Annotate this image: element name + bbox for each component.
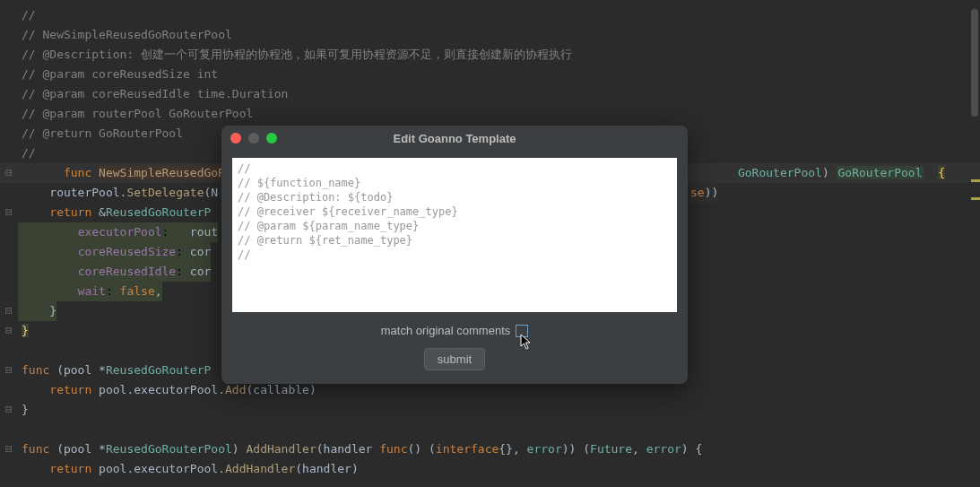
brace-close: }	[22, 324, 29, 337]
keyword-return: return	[49, 462, 91, 475]
code-text: ,	[632, 442, 646, 456]
code-text: {},	[499, 442, 526, 456]
window-minimize-icon[interactable]	[248, 133, 259, 143]
struct-field: coreReusedSize	[78, 245, 177, 258]
return-type: GoRouterPool	[837, 166, 924, 179]
code-text: &	[99, 205, 106, 219]
scrollbar-track[interactable]	[969, 0, 980, 487]
method-call: AddHandler	[225, 462, 295, 475]
receiver-type: ReusedGoRouterPool	[106, 442, 232, 456]
editor-marker[interactable]	[971, 179, 980, 182]
keyword-func: func	[22, 363, 49, 377]
keyword-return: return	[49, 205, 91, 219]
type-error: error	[646, 442, 681, 456]
dialog-titlebar[interactable]: Edit Goanno Template	[221, 126, 688, 151]
func-name: AddHandler	[246, 442, 316, 456]
fold-icon[interactable]: ⊟	[4, 208, 13, 217]
brace-open: {	[938, 166, 945, 179]
scrollbar-thumb[interactable]	[971, 9, 978, 117]
template-textarea[interactable]	[232, 158, 677, 312]
code-text: () (	[408, 442, 436, 456]
keyword-interface: interface	[436, 442, 499, 456]
code-text: (N	[204, 186, 219, 199]
fold-icon[interactable]: ⊟	[4, 445, 13, 454]
window-close-icon[interactable]	[230, 133, 241, 143]
code-text: (callable)	[246, 383, 316, 396]
checkbox-label: match original comments	[381, 324, 511, 337]
field-value-false: false	[120, 284, 155, 298]
struct-type: ReusedGoRouterP	[106, 205, 211, 219]
brace-close: }	[18, 400, 29, 420]
fold-close-icon[interactable]: ⊟	[4, 307, 13, 316]
struct-field: wait	[78, 284, 106, 298]
fold-icon[interactable]: ⊟	[4, 366, 13, 375]
dialog-title: Edit Goanno Template	[221, 132, 688, 145]
keyword-func: func	[64, 166, 91, 179]
comment-line: // @param routerPool GoRouterPool	[18, 104, 253, 124]
method-call: Add	[225, 383, 246, 396]
brace-close: }	[49, 304, 56, 317]
comment-line: //	[18, 5, 36, 25]
keyword-func: func	[22, 442, 49, 456]
field-value: cor	[190, 245, 211, 258]
field-value: cor	[190, 265, 211, 278]
code-text: (handler	[317, 442, 379, 456]
type-future: Future	[590, 442, 632, 456]
field-value: rout	[190, 225, 218, 239]
receiver-type: ReusedGoRouterP	[106, 363, 211, 377]
submit-button[interactable]: submit	[424, 348, 485, 370]
match-comments-checkbox[interactable]	[516, 325, 528, 337]
comment-line: // NewSimpleReusedGoRouterPool	[18, 25, 232, 45]
receiver: (pool *	[56, 363, 106, 377]
code-text: routerPool.	[49, 186, 126, 199]
struct-field: executorPool	[78, 225, 162, 239]
window-maximize-icon[interactable]	[266, 133, 277, 143]
keyword-func: func	[379, 442, 407, 456]
fold-icon[interactable]: ⊟	[4, 169, 13, 178]
edit-template-dialog: Edit Goanno Template match original comm…	[221, 126, 688, 384]
code-text: )) (	[562, 442, 590, 456]
fold-close-icon[interactable]: ⊟	[4, 326, 13, 335]
editor-marker[interactable]	[971, 197, 980, 200]
receiver: (pool *	[56, 442, 106, 456]
comment-line: // @param coreReusedSize int	[18, 65, 218, 84]
struct-field: coreReusedIdle	[78, 265, 177, 278]
comment-line: // @Description: 创建一个可复用协程的协程池，如果可复用协程资源…	[18, 45, 572, 65]
code-text: pool.executorPool.	[91, 383, 225, 396]
fold-close-icon[interactable]: ⊟	[4, 405, 13, 414]
param-type: GoRouterPool	[738, 166, 822, 179]
code-text: pool.executorPool.	[91, 462, 225, 475]
comment-line: // @return GoRouterPool	[18, 124, 183, 143]
comment-line: // @param coreReusedIdle time.Duration	[18, 84, 288, 104]
code-text: )	[232, 442, 247, 456]
code-text: (handler)	[295, 462, 358, 475]
code-text: ) {	[681, 442, 702, 456]
keyword-return: return	[49, 383, 91, 396]
method-call: SetDelegate	[126, 186, 204, 199]
type-error: error	[527, 442, 562, 456]
